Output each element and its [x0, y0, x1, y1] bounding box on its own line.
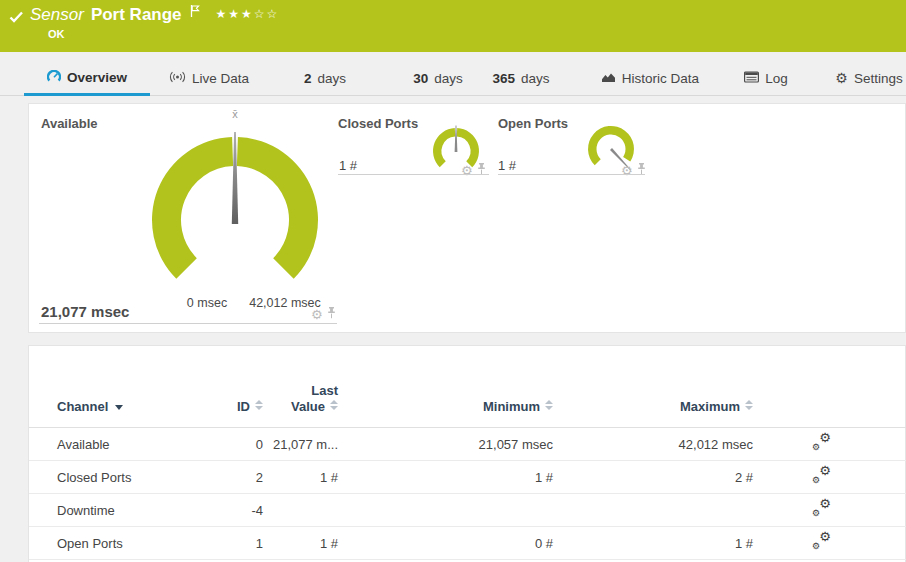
divider: [498, 174, 645, 175]
channel-last-value: [263, 494, 338, 527]
table-row: Available 0 21,077 m... 21,057 msec 42,0…: [29, 428, 906, 461]
channel-last-value: 1 #: [263, 461, 338, 494]
gear-icon[interactable]: ⚙: [311, 308, 323, 321]
channel-minimum: [338, 494, 553, 527]
gauge-needle: [232, 132, 238, 224]
channel-maximum: 42,012 msec: [553, 428, 753, 461]
sort-icon: [745, 400, 753, 410]
tab-label: Log: [765, 71, 788, 86]
tab-overview[interactable]: Overview: [24, 60, 150, 96]
prtg-sensor-page: Sensor Port Range ★★★☆☆ OK Overview Live…: [0, 0, 906, 562]
tab-label: Overview: [67, 70, 127, 85]
available-gauge-chart[interactable]: [140, 125, 330, 315]
tab-label: Live Data: [192, 71, 249, 86]
gauge-title-closed-ports: Closed Ports: [338, 116, 418, 131]
open-ports-current-value: 1 #: [498, 158, 516, 173]
tab-live-data[interactable]: Live Data: [163, 60, 255, 96]
open-ports-panel-actions: ⚙: [621, 161, 646, 179]
log-list-icon: [744, 71, 759, 86]
sort-icon: [255, 400, 263, 410]
gauges-panel: Available x̄ 0 msec 42,012 msec 21,077 m…: [28, 103, 906, 333]
channel-maximum: [553, 494, 753, 527]
divider: [338, 174, 489, 175]
col-id[interactable]: ID: [159, 346, 263, 428]
area-chart-icon: [601, 71, 616, 86]
sensor-header: Sensor Port Range ★★★☆☆ OK: [0, 0, 906, 52]
sensor-title: Sensor Port Range ★★★☆☆: [30, 4, 279, 26]
gauge-title-available: Available: [41, 116, 98, 131]
gear-icon: ⚙: [835, 71, 848, 85]
channel-settings-gears-icon[interactable]: ⚙⚙: [811, 500, 831, 517]
col-maximum[interactable]: Maximum: [553, 346, 753, 428]
sort-desc-icon: [115, 405, 123, 410]
channel-name[interactable]: Downtime: [29, 494, 159, 527]
tab-label: days: [434, 71, 463, 86]
channel-last-value: 1 #: [263, 527, 338, 560]
table-row: Open Ports 1 1 # 0 # 1 # ⚙⚙: [29, 527, 906, 560]
status-ok-check-icon: [9, 9, 24, 27]
tab-30-days[interactable]: 30 days: [405, 60, 471, 96]
channel-settings-gears-icon[interactable]: ⚙⚙: [811, 467, 831, 484]
channel-maximum: 1 #: [553, 527, 753, 560]
table-header-row: Channel ID LastValue Minimum Maximum: [29, 346, 906, 428]
closed-ports-current-value: 1 #: [339, 158, 357, 173]
channel-last-value: 21,077 m...: [263, 428, 338, 461]
channel-minimum: 21,057 msec: [338, 428, 553, 461]
closed-ports-panel-actions: ⚙: [461, 161, 486, 179]
flag-icon[interactable]: [190, 1, 200, 23]
channels-panel: Channel ID LastValue Minimum Maximum Ava…: [28, 345, 906, 562]
channel-id: 2: [159, 461, 263, 494]
table-row: Downtime -4 ⚙⚙: [29, 494, 906, 527]
channel-id: 0: [159, 428, 263, 461]
pin-icon[interactable]: [327, 305, 336, 323]
channel-name[interactable]: Closed Ports: [29, 461, 159, 494]
channel-minimum: 0 #: [338, 527, 553, 560]
sort-icon: [545, 400, 553, 410]
tab-log[interactable]: Log: [735, 60, 797, 96]
tab-number: 30: [413, 71, 428, 86]
tab-historic-data[interactable]: Historic Data: [593, 60, 707, 96]
pin-icon[interactable]: [637, 161, 646, 179]
object-kind-label: Sensor: [30, 4, 84, 26]
pin-icon[interactable]: [477, 161, 486, 179]
sort-icon: [330, 400, 338, 410]
tab-2-days[interactable]: 2 days: [293, 60, 357, 96]
gauge-title-open-ports: Open Ports: [498, 116, 568, 131]
sensor-name: Port Range: [91, 4, 182, 26]
col-actions: [753, 346, 906, 428]
tab-bar: Overview Live Data 2 days 30 days 365 da…: [0, 60, 906, 96]
gauge-icon: [47, 70, 61, 86]
live-broadcast-icon: [169, 71, 186, 86]
tab-label: Settings: [854, 71, 903, 86]
col-minimum[interactable]: Minimum: [338, 346, 553, 428]
priority-stars[interactable]: ★★★☆☆: [216, 3, 280, 25]
channel-name[interactable]: Open Ports: [29, 527, 159, 560]
channel-id: 1: [159, 527, 263, 560]
channel-settings-gears-icon[interactable]: ⚙⚙: [811, 533, 831, 550]
tab-label: days: [521, 71, 550, 86]
col-channel[interactable]: Channel: [29, 346, 159, 428]
tab-number: 365: [492, 71, 515, 86]
channel-settings-gears-icon[interactable]: ⚙⚙: [811, 434, 831, 451]
tab-settings[interactable]: ⚙ Settings: [829, 60, 906, 96]
tab-label: days: [317, 71, 346, 86]
channels-table: Channel ID LastValue Minimum Maximum Ava…: [29, 346, 906, 560]
channel-minimum: 1 #: [338, 461, 553, 494]
available-current-value: 21,077 msec: [41, 303, 129, 320]
table-row: Closed Ports 2 1 # 1 # 2 # ⚙⚙: [29, 461, 906, 494]
tab-365-days[interactable]: 365 days: [486, 60, 556, 96]
gauge-needle: [455, 126, 458, 153]
col-last-value[interactable]: LastValue: [263, 346, 338, 428]
channel-id: -4: [159, 494, 263, 527]
tab-number: 2: [304, 71, 312, 86]
mean-marker: x̄: [225, 108, 245, 120]
available-panel-actions: ⚙: [311, 305, 336, 323]
status-badge: OK: [48, 28, 65, 40]
tab-label: Historic Data: [622, 71, 699, 86]
channel-name[interactable]: Available: [29, 428, 159, 461]
channel-maximum: 2 #: [553, 461, 753, 494]
divider: [39, 323, 337, 324]
